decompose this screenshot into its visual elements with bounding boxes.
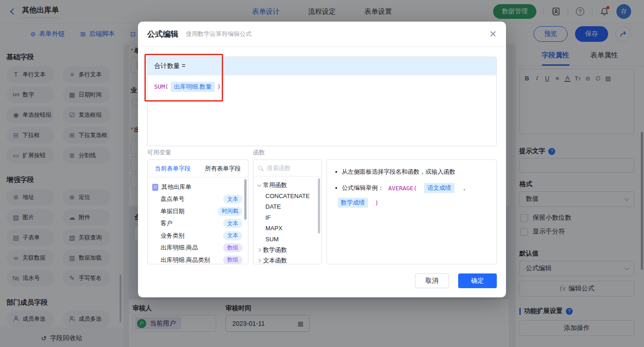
function-search-input[interactable] (266, 164, 317, 172)
modal-title: 公式编辑 (147, 29, 178, 40)
variables-tabs: 当前表单字段 所有表单字段 (148, 160, 248, 177)
tree-root-form[interactable]: 其他出库单 (152, 181, 248, 193)
functions-section-label: 函数 (253, 148, 265, 157)
type-badge: 文本 (223, 194, 242, 204)
variables-panel: 当前表单字段 所有表单字段 其他出库单 盘点单号文本 单据日期时间戳 客户文本 … (147, 159, 248, 264)
confirm-button[interactable]: 确定 (458, 273, 497, 288)
bullet-dot (335, 171, 337, 173)
modal-footer: 取消 确定 (415, 273, 497, 288)
example-close-token: ) (375, 199, 379, 206)
close-icon[interactable]: ✕ (489, 29, 497, 39)
tips-panel: 从左侧面板选择字段名和函数，或输入函数 公式编辑举例： AVERAGE( 语文成… (327, 159, 497, 264)
function-group-math[interactable]: 数学函数 (253, 245, 322, 256)
close-paren-token: ) (217, 83, 221, 90)
modal-header: 公式编辑 使用数学运算符编辑公式 ✕ (138, 22, 506, 47)
formula-expression[interactable]: SUM(出库明细.数量) (148, 75, 496, 98)
chevron-collapsed-icon (257, 259, 261, 262)
function-item[interactable]: IF (253, 212, 322, 223)
cancel-button[interactable]: 取消 (415, 273, 449, 288)
function-search-row (253, 160, 322, 176)
type-badge: 时间戳 (218, 207, 242, 216)
app-root: 其他出库单 表单设计 流程设定 表单设置 数据管理 ? 存 ⊘表单外链 ⊞后端脚… (0, 0, 644, 347)
tab-current-form-fields[interactable]: 当前表单字段 (155, 165, 191, 173)
variable-row[interactable]: 出库明细.商品类别数组 (152, 254, 248, 265)
tip-line-1: 从左侧面板选择字段名和函数，或输入函数 (335, 168, 488, 176)
type-badge: 文本 (223, 219, 242, 228)
function-item[interactable]: CONCATENATE (253, 191, 322, 202)
variables-section-label: 可用变量 (147, 148, 171, 157)
formula-editor-modal: 公式编辑 使用数学运算符编辑公式 ✕ 合计数量 = SUM(出库明细.数量) 可… (138, 22, 506, 297)
variable-row[interactable]: 盘点单号文本 (152, 193, 248, 205)
variable-row[interactable]: 单据日期时间戳 (152, 205, 248, 218)
formula-target-row: 合计数量 = (148, 57, 496, 75)
modal-subtitle: 使用数学运算符编辑公式 (186, 30, 252, 38)
search-icon (258, 166, 262, 170)
variables-tree: 其他出库单 盘点单号文本 单据日期时间戳 客户文本 业务类别文本 出库明细.商品… (148, 177, 248, 264)
tip-line-2: 公式编辑举例： AVERAGE( 语文成绩 ， 数学成绩 ) (335, 183, 488, 208)
variable-chip[interactable]: 出库明细.数量 (171, 82, 215, 92)
functions-list: 常用函数 CONCATENATE DATE IF MAPX SUM 数学函数 文… (253, 176, 322, 264)
chevron-expanded-icon (257, 183, 261, 187)
bullet-dot (335, 187, 337, 189)
example-function-token: AVERAGE( (388, 185, 417, 192)
function-item[interactable]: DATE (253, 201, 322, 212)
example-chip-2: 数学成绩 (338, 198, 368, 208)
type-badge: 数组 (223, 256, 242, 264)
function-item[interactable]: SUM (253, 234, 322, 245)
variables-scrollbar[interactable] (244, 179, 247, 220)
function-group-text[interactable]: 文本函数 (253, 256, 322, 265)
example-chip-1: 语文成绩 (424, 183, 454, 193)
variable-row[interactable]: 业务类别文本 (152, 230, 248, 242)
formula-input-area[interactable]: 合计数量 = SUM(出库明细.数量) (147, 57, 497, 146)
tab-all-form-fields[interactable]: 所有表单字段 (205, 165, 241, 173)
function-group-common[interactable]: 常用函数 (253, 180, 322, 191)
type-badge: 文本 (223, 231, 242, 240)
variable-row[interactable]: 出库明细.商品数组 (152, 242, 248, 254)
function-token: SUM( (154, 83, 168, 90)
type-badge: 数组 (223, 243, 242, 252)
chevron-collapsed-icon (257, 248, 261, 252)
functions-panel: 常用函数 CONCATENATE DATE IF MAPX SUM 数学函数 文… (253, 159, 322, 264)
function-item[interactable]: MAPX (253, 223, 322, 234)
form-doc-icon (152, 184, 158, 191)
variable-row[interactable]: 客户文本 (152, 217, 248, 230)
functions-scrollbar[interactable] (318, 178, 320, 233)
